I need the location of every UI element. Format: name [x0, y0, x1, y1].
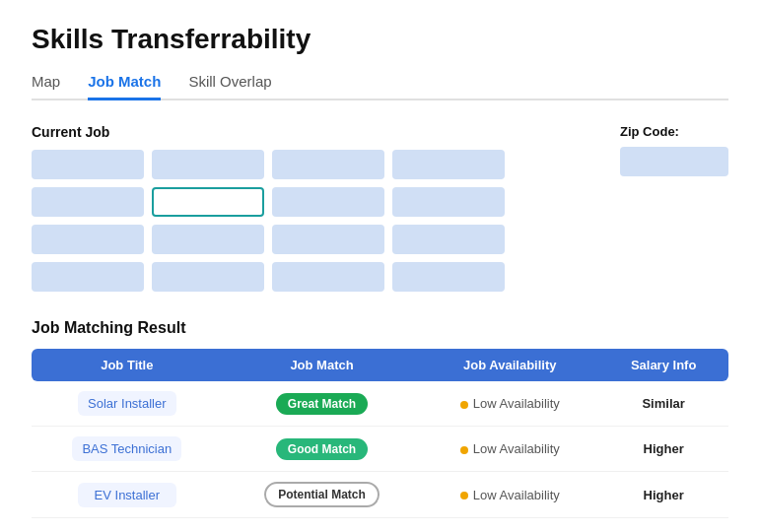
grid-cell[interactable]	[392, 150, 505, 179]
current-job-label: Current Job	[32, 124, 581, 140]
job-match-cell: Potential Match	[223, 472, 422, 518]
grid-cell[interactable]	[152, 225, 264, 254]
job-match-cell: Good Match	[223, 427, 422, 472]
current-job-area: Current Job	[32, 124, 581, 292]
grid-cell[interactable]	[272, 262, 384, 292]
column-header-job-match: Job Match	[223, 349, 422, 381]
grid-cell[interactable]	[152, 262, 264, 292]
grid-cell[interactable]	[272, 150, 384, 179]
grid-cell[interactable]	[32, 262, 144, 292]
tab-bar: Map Job Match Skill Overlap	[32, 73, 728, 100]
grid-cell[interactable]	[32, 225, 144, 254]
grid-cell[interactable]	[272, 225, 384, 254]
grid-cell[interactable]	[32, 187, 144, 217]
top-section: Current Job Zip Code:	[32, 124, 728, 292]
job-title-cell: Solar Installer	[32, 381, 223, 427]
page-title: Skills Transferrability	[32, 24, 728, 55]
results-section: Job Matching Result Job TitleJob MatchJo…	[32, 319, 728, 518]
availability-cell: Low Availability	[421, 427, 598, 472]
grid-cell[interactable]	[152, 187, 264, 217]
table-row: Solar InstallerGreat MatchLow Availabili…	[32, 381, 728, 427]
availability-dot-icon	[460, 401, 468, 409]
results-table: Job TitleJob MatchJob AvailabilitySalary…	[32, 349, 728, 518]
tab-map[interactable]: Map	[32, 73, 60, 100]
grid-cell[interactable]	[392, 262, 505, 292]
grid-cell[interactable]	[392, 225, 505, 254]
job-title-cell: EV Installer	[32, 472, 223, 518]
results-table-body: Solar InstallerGreat MatchLow Availabili…	[32, 381, 728, 518]
results-section-title: Job Matching Result	[32, 319, 728, 337]
results-table-header: Job TitleJob MatchJob AvailabilitySalary…	[32, 349, 728, 381]
table-row: EV InstallerPotential MatchLow Availabil…	[32, 472, 728, 518]
grid-cell[interactable]	[392, 187, 505, 217]
salary-cell: Higher	[598, 472, 728, 518]
column-header-salary-info: Salary Info	[598, 349, 728, 381]
availability-cell: Low Availability	[421, 472, 598, 518]
grid-cell[interactable]	[152, 150, 264, 179]
availability-cell: Low Availability	[421, 381, 598, 427]
salary-cell: Higher	[598, 427, 728, 472]
table-row: BAS TechnicianGood MatchLow Availability…	[32, 427, 728, 472]
grid-cell[interactable]	[32, 150, 144, 179]
zip-area: Zip Code:	[620, 124, 728, 176]
salary-cell: Similar	[598, 381, 728, 427]
tab-job-match[interactable]: Job Match	[88, 73, 161, 100]
tab-skill-overlap[interactable]: Skill Overlap	[188, 73, 271, 100]
zip-code-label: Zip Code:	[620, 124, 679, 139]
column-header-job-title: Job Title	[32, 349, 223, 381]
column-header-job-availability: Job Availability	[421, 349, 598, 381]
zip-code-box[interactable]	[620, 147, 728, 176]
job-grid	[32, 150, 505, 292]
availability-dot-icon	[460, 446, 468, 454]
availability-dot-icon	[460, 492, 468, 499]
job-match-cell: Great Match	[223, 381, 422, 427]
grid-cell[interactable]	[272, 187, 384, 217]
job-title-cell: BAS Technician	[32, 427, 223, 472]
